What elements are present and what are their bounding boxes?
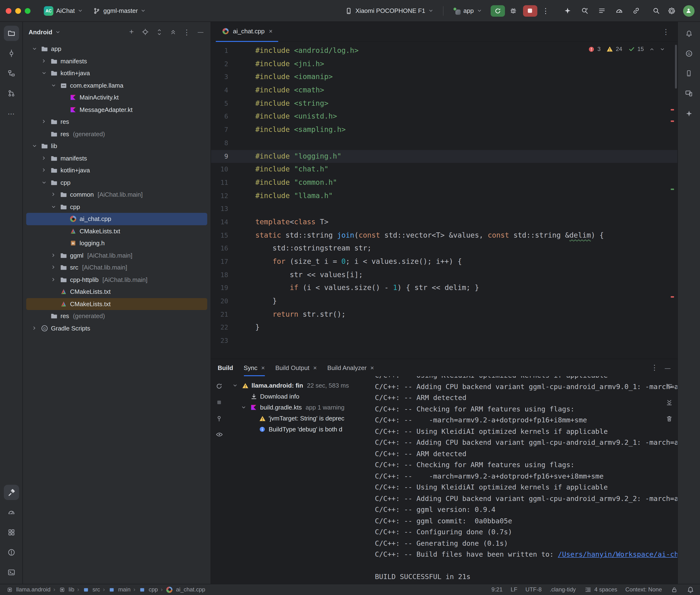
minimize-window-button[interactable] [15,8,21,13]
tab-build-analyzer[interactable]: Build Analyzer× [327,359,374,376]
close-tab-icon[interactable]: × [269,28,273,35]
code-line[interactable]: 21 return str.str(); [211,308,677,321]
breadcrumb-item[interactable]: lib [58,587,74,593]
project-tree-item[interactable]: manifests [26,152,207,164]
hide-panel-button[interactable]: — [196,28,205,36]
encoding-widget[interactable]: UTF-8 [525,587,541,593]
code-line[interactable]: 5#include <string> [211,97,677,110]
next-issue-icon[interactable] [660,47,665,52]
close-window-button[interactable] [6,8,11,13]
profiler-toolbar-button[interactable] [612,4,626,18]
tree-toggle-icon[interactable] [50,83,57,88]
clang-tidy-widget[interactable]: .clang-tidy [550,587,576,593]
project-tree-item[interactable]: GGradle Scripts [26,322,207,334]
search-everywhere-button[interactable] [649,4,663,18]
stop-button[interactable] [523,5,537,17]
structure-icon[interactable] [4,66,19,81]
code-line[interactable]: 14template<class T> [211,216,677,229]
code-line[interactable]: 3#include <iomanip> [211,71,677,84]
build-tree-item[interactable]: Download info [228,391,368,402]
device-mirroring-button[interactable] [629,4,643,18]
close-tab-icon[interactable]: × [370,364,374,371]
branch-selector[interactable]: ggml-master [89,5,150,16]
code-line[interactable]: 9#include "logging.h" [211,150,677,163]
user-avatar[interactable] [683,5,694,17]
device-selector[interactable]: Xiaomi POCOPHONE F1 [341,5,437,16]
project-tree-item[interactable]: MessageAdapter.kt [26,104,207,116]
editor-options-icon[interactable]: ⋮ [662,28,670,35]
project-tree-item[interactable]: cpp [26,176,207,189]
more-tools-icon[interactable]: ⋯ [4,106,19,121]
code-line[interactable]: 11#include "common.h" [211,176,677,189]
editor-tab[interactable]: ai_chat.cpp × [216,22,278,42]
run-button[interactable] [491,5,505,17]
profiler-icon[interactable] [4,505,19,520]
running-devices-icon[interactable] [681,86,696,101]
project-tree-item[interactable]: ggml[AiChat.lib.main] [26,249,207,261]
close-tab-icon[interactable]: × [313,364,317,371]
build-tree-item[interactable]: build.gradle.ktsapp 1 warning [228,402,368,413]
project-tree-item[interactable]: MainActivity.kt [26,91,207,104]
tree-toggle-icon[interactable] [41,118,47,126]
run-config-selector[interactable]: app [449,5,486,17]
add-button[interactable]: + [127,28,136,36]
inspection-widget[interactable]: 3 24 15 [587,46,665,52]
project-tree-item[interactable]: com.example.llama [26,79,207,91]
project-tree-item[interactable]: cpp [26,201,207,213]
build-tree-item[interactable]: BuildType 'debug' is both d [228,424,368,435]
gradle-icon[interactable]: G [681,46,696,61]
breadcrumb-item[interactable]: llama.android [6,587,51,593]
commit-icon[interactable] [4,46,19,61]
code-line[interactable]: 22} [211,321,677,334]
code-line[interactable]: 2#include <jni.h> [211,57,677,70]
code-line[interactable]: 20 } [211,295,677,308]
more-actions-button[interactable]: ⋮ [539,4,552,18]
project-tree-item[interactable]: res(generated) [26,310,207,322]
scroll-to-end-icon[interactable] [665,398,673,406]
project-tree-item[interactable]: CMakeLists.txt [26,286,207,298]
code-line[interactable]: 4#include <cmath> [211,84,677,97]
soft-wrap-icon[interactable] [665,382,673,390]
project-tree-item[interactable]: kotlin+java [26,164,207,176]
tab-build-output[interactable]: Build Output× [275,359,317,376]
gemini-button[interactable] [561,4,574,18]
context-widget[interactable]: Context: None [625,587,662,593]
zoom-window-button[interactable] [25,8,30,13]
clear-all-icon[interactable] [665,414,673,422]
stripe-mark[interactable] [670,109,674,111]
collapse-all-button[interactable] [169,28,177,36]
project-tree-item[interactable]: lib [26,140,207,152]
build-console[interactable]: C/C++: -- Using KleidiAI optimized kerne… [369,376,677,584]
build-tree-item[interactable]: llama.android: fin22 sec, 583 ms [228,380,368,391]
tree-toggle-icon[interactable] [41,57,47,65]
indent-widget[interactable]: 4 spaces [584,587,617,593]
problems-icon[interactable] [4,545,19,560]
project-tree-item[interactable]: CMakeLists.txt [26,298,207,310]
code-line[interactable]: 18 str << values[i]; [211,268,677,281]
passed-count-badge[interactable]: 15 [627,46,644,52]
line-separator-widget[interactable]: LF [511,587,517,593]
stripe-mark[interactable] [670,120,674,122]
pull-requests-icon[interactable] [4,86,19,101]
stripe-mark[interactable] [670,189,674,190]
code-line[interactable]: 19 if (i < values.size() - 1) { str << d… [211,282,677,295]
code-line[interactable]: 16 std::ostringstream str; [211,242,677,255]
project-tree-item[interactable]: res(generated) [26,128,207,140]
code-line[interactable]: 7#include <sampling.h> [211,123,677,136]
tree-toggle-icon[interactable] [40,180,48,185]
status-notifications-icon[interactable] [686,586,694,593]
breadcrumb-item[interactable]: ai_chat.cpp [166,587,205,593]
code-line[interactable]: 13 [211,203,677,216]
project-tree-item[interactable]: manifests [26,55,207,67]
code-line[interactable]: 23 [211,334,677,347]
task-list-button[interactable] [595,4,609,18]
tree-toggle-icon[interactable] [231,383,239,388]
select-opened-file-button[interactable] [141,28,149,36]
warning-count-badge[interactable]: 24 [606,46,622,52]
code-line[interactable]: 10#include "chat.h" [211,163,677,176]
preview-icon[interactable] [215,430,223,438]
debug-button[interactable] [507,4,520,18]
tree-toggle-icon[interactable] [40,71,48,76]
project-tree-item[interactable]: common[AiChat.lib.main] [26,189,207,201]
stripe-mark[interactable] [670,296,674,298]
